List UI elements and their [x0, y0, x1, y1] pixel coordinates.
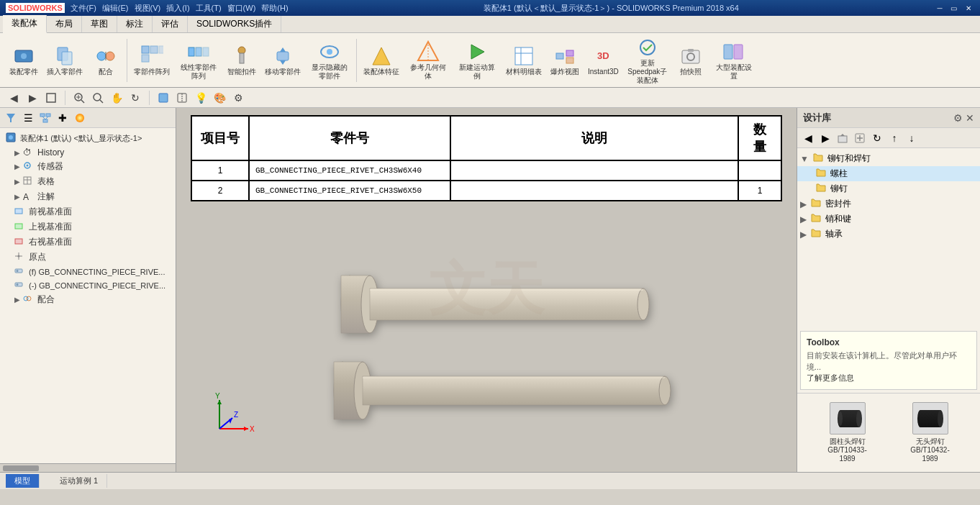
view-separator — [65, 91, 65, 105]
tree-item-table[interactable]: ▶ 表格 — [0, 174, 176, 189]
toolbar-main: 装配零件 插入零部件 配合 零部件阵列 线性零部件阵列 — [0, 33, 980, 87]
menu-help[interactable]: 帮助(H) — [261, 3, 288, 14]
zoom-in[interactable] — [90, 90, 106, 106]
tree-item-sensor[interactable]: ▶ 传感器 — [0, 159, 176, 174]
tree-item-component2[interactable]: (-) GB_CONNECTING_PIECE_RIVE... — [0, 278, 176, 292]
menu-edit[interactable]: 编辑(E) — [102, 3, 129, 14]
rtree-rivet[interactable]: 铆钉 — [797, 181, 980, 196]
panel-close-icon[interactable]: ✕ — [966, 112, 974, 124]
mate-tree-icon — [23, 294, 35, 305]
nav-forward[interactable]: ▶ — [817, 130, 833, 146]
toolbar-snapshot[interactable]: 拍快照 — [673, 42, 709, 78]
panel-plus[interactable]: ✚ — [55, 110, 71, 126]
rtree-pin[interactable]: ▶ 销和键 — [797, 211, 980, 227]
close-button[interactable]: ✕ — [963, 3, 974, 13]
tree-item-annotation[interactable]: ▶ A 注解 — [0, 189, 176, 204]
toolbar-assembly-part[interactable]: 装配零件 — [6, 42, 42, 78]
menu-insert[interactable]: 插入(I) — [166, 3, 189, 14]
toolbar-move-component[interactable]: 移动零部件 — [261, 42, 304, 78]
nav-down[interactable]: ↓ — [904, 130, 920, 146]
toolbar-label: 智能扣件 — [227, 68, 256, 76]
tree-item-component1[interactable]: (f) GB_CONNECTING_PIECE_RIVE... — [0, 265, 176, 278]
pan[interactable]: ✋ — [109, 90, 124, 106]
nav-refresh[interactable]: ↻ — [869, 130, 885, 146]
view-next[interactable]: ▶ — [24, 90, 40, 106]
nav-back[interactable]: ◀ — [800, 130, 816, 146]
tree-item-origin[interactable]: 原点 — [0, 250, 176, 265]
tab-annotation[interactable]: 标注 — [117, 16, 153, 32]
bom-header-desc: 说明 — [450, 116, 738, 160]
tab-assembly[interactable]: 装配体 — [3, 15, 47, 33]
display-style[interactable] — [155, 90, 171, 106]
rtree-pin-label: 销和键 — [825, 213, 851, 225]
bom-row-1: 1 GB_CONNECTING_PIECE_RIVET_CH3SW6X40 — [191, 160, 781, 181]
view-settings[interactable]: ⚙ — [230, 90, 246, 106]
menu-view[interactable]: 视图(V) — [135, 3, 161, 14]
toolbar-component-pattern[interactable]: 零部件阵列 — [130, 42, 173, 78]
toolbar-insert-component[interactable]: 插入零部件 — [43, 42, 86, 78]
section-view[interactable] — [174, 90, 190, 106]
tab-evaluate[interactable]: 评估 — [153, 16, 188, 32]
panel-filter[interactable] — [3, 110, 19, 126]
rotate[interactable]: ↻ — [127, 90, 143, 106]
tree-root[interactable]: 装配体1 (默认) <默认_显示状态-1> — [0, 131, 176, 146]
nav-add-lib[interactable] — [852, 130, 868, 146]
toolbar-exploded-view[interactable]: 爆炸视图 — [547, 42, 583, 78]
move-component-icon — [271, 45, 294, 68]
component2-label: (-) GB_CONNECTING_PIECE_RIVE... — [29, 281, 165, 290]
toolbar-show-hide[interactable]: 显示隐藏的零部件 — [306, 38, 353, 83]
toolbar-mate[interactable]: 配合 — [88, 42, 124, 78]
svg-rect-28 — [556, 53, 563, 59]
viewport[interactable]: 文天 项目号 零件号 说明 数量 1 GB_CONNECTING_PIECE_R… — [176, 108, 797, 472]
toolbar-bom[interactable]: 材料明细表 — [502, 42, 545, 78]
svg-rect-35 — [724, 45, 732, 59]
menu-file[interactable]: 文件(F) — [71, 3, 96, 14]
rtree-rivets-root[interactable]: ▼ 铆钉和焊钉 — [797, 151, 980, 166]
rtree-folder-icon5 — [811, 213, 821, 225]
tree-item-right-plane[interactable]: 右视基准面 — [0, 235, 176, 250]
view-orient[interactable] — [43, 90, 59, 106]
nav-up2[interactable]: ↑ — [886, 130, 902, 146]
toolbar-smart-fasteners[interactable]: 智能扣件 — [224, 42, 260, 78]
toolbar-speedpak[interactable]: 更新Speedpak子装配体 — [624, 34, 671, 87]
tab-layout[interactable]: 布局 — [47, 16, 82, 32]
status-tab-motion[interactable]: 运动算例 1 — [51, 474, 107, 488]
toolbar-instant3d[interactable]: 3D Instant3D — [584, 42, 622, 78]
menu-window[interactable]: 窗口(W) — [227, 3, 256, 14]
rtree-bearing[interactable]: ▶ 轴承 — [797, 227, 980, 242]
toolbar-assembly-feature[interactable]: 装配体特征 — [360, 42, 403, 78]
toolbar-large-assembly[interactable]: 大型装配设置 — [710, 38, 758, 83]
toolbox-learn-link[interactable]: 了解更多信息 — [807, 373, 854, 382]
toolbar-linear-pattern[interactable]: 线性零部件阵列 — [175, 38, 222, 83]
toolbar-reference-geometry[interactable]: 参考几何何体 — [404, 38, 452, 83]
view-previous[interactable]: ◀ — [6, 90, 22, 106]
reference-geometry-icon — [417, 40, 440, 63]
tool-item-2[interactable]: 无头焊钉GB/T10432-1989 — [905, 402, 956, 463]
tab-sketch[interactable]: 草图 — [82, 16, 117, 32]
panel-list[interactable]: ☰ — [20, 110, 36, 126]
rtree-seal[interactable]: ▶ 密封件 — [797, 196, 980, 211]
appearances[interactable]: 🎨 — [212, 90, 227, 106]
panel-color[interactable] — [72, 110, 88, 126]
tree-item-front-plane[interactable]: 前视基准面 — [0, 204, 176, 219]
left-scroll[interactable] — [0, 463, 176, 472]
lighting[interactable]: 💡 — [193, 90, 209, 106]
svg-point-55 — [9, 135, 13, 140]
nav-up[interactable] — [835, 130, 850, 146]
tree-item-mate[interactable]: ▶ 配合 — [0, 292, 176, 307]
minimize-button[interactable]: ─ — [934, 3, 945, 13]
toolbar-motion-study[interactable]: 新建运动算例 — [453, 38, 501, 83]
menu-tools[interactable]: 工具(T) — [196, 3, 222, 14]
toolbar-label: 装配零件 — [9, 68, 38, 76]
panel-settings-icon[interactable]: ⚙ — [953, 112, 963, 124]
left-scroll-thumb[interactable] — [3, 465, 39, 471]
tool-item-1[interactable]: 圆柱头焊钉GB/T10433-1989 — [822, 402, 873, 463]
tab-plugins[interactable]: SOLIDWORKS插件 — [188, 16, 281, 32]
panel-tree[interactable] — [37, 110, 53, 126]
restore-button[interactable]: ▭ — [948, 3, 960, 13]
rtree-stud[interactable]: 螺柱 — [797, 166, 980, 181]
tree-item-history[interactable]: ▶ ⏱ History — [0, 146, 176, 159]
zoom-to-fit[interactable] — [71, 90, 87, 106]
status-tab-model[interactable]: 模型 — [6, 474, 40, 488]
tree-item-top-plane[interactable]: 上视基准面 — [0, 219, 176, 235]
